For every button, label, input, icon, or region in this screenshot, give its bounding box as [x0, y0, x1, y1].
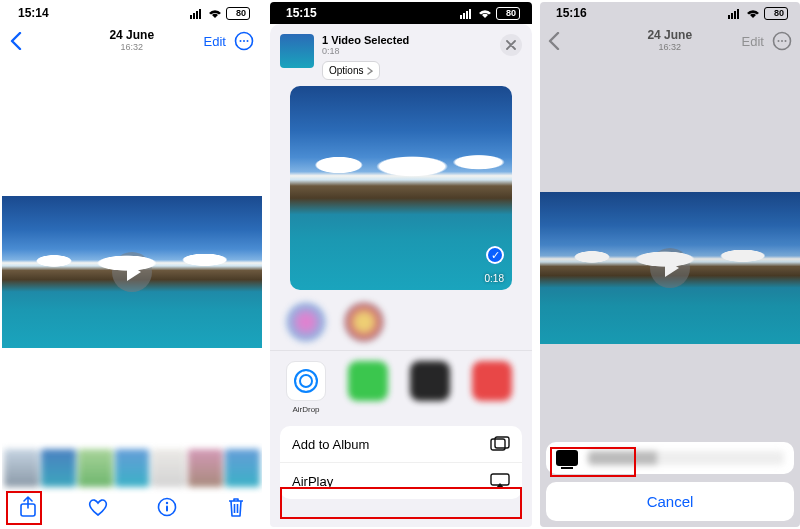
wifi-icon	[746, 8, 760, 18]
share-app[interactable]	[346, 361, 390, 414]
svg-rect-14	[466, 11, 468, 19]
edit-button[interactable]: Edit	[204, 34, 226, 49]
share-button[interactable]	[18, 496, 38, 518]
share-contacts-row	[270, 290, 532, 350]
header-title: 24 June 16:32	[109, 29, 154, 52]
svg-rect-11	[166, 506, 168, 512]
screenshot-2-share-sheet: 15:15 80 1 Video Selected 0:18 Options	[270, 2, 532, 527]
album-icon	[490, 436, 510, 452]
airdrop-app[interactable]: AirDrop	[284, 361, 328, 414]
wifi-icon	[208, 8, 222, 18]
svg-rect-12	[460, 15, 462, 19]
options-button[interactable]: Options	[322, 61, 380, 80]
back-button[interactable]	[10, 32, 22, 50]
airdrop-icon	[286, 361, 326, 401]
thumb-duration: 0:18	[485, 273, 504, 284]
more-button[interactable]	[234, 31, 254, 51]
svg-rect-13	[463, 13, 465, 19]
status-time: 15:14	[18, 6, 49, 20]
play-icon	[112, 252, 152, 292]
status-time: 15:16	[556, 6, 587, 20]
battery-indicator: 80	[496, 7, 520, 20]
video-preview[interactable]	[2, 196, 262, 348]
airplay-device-row[interactable]	[546, 442, 794, 474]
svg-rect-22	[737, 9, 739, 19]
svg-point-24	[777, 40, 779, 42]
contact-avatar[interactable]	[344, 302, 384, 342]
info-button[interactable]	[157, 497, 177, 517]
more-button	[772, 31, 792, 51]
close-button[interactable]	[500, 34, 522, 56]
selection-duration: 0:18	[322, 46, 409, 56]
play-icon	[650, 248, 690, 288]
contact-avatar[interactable]	[286, 302, 326, 342]
status-bar: 15:16 80	[540, 2, 800, 24]
cellular-icon	[728, 8, 742, 18]
app-icon	[348, 361, 388, 401]
airplay-picker-sheet: Cancel	[546, 442, 794, 521]
svg-rect-15	[469, 9, 471, 19]
svg-rect-19	[728, 15, 730, 19]
svg-rect-1	[193, 13, 195, 19]
share-header: 1 Video Selected 0:18 Options	[270, 24, 532, 86]
apple-tv-icon	[556, 450, 578, 466]
svg-rect-21	[734, 11, 736, 19]
screenshot-1-photo-detail: 15:14 80 24 June 16:32 Edit	[2, 2, 262, 527]
cellular-icon	[190, 8, 204, 18]
cellular-icon	[460, 8, 474, 18]
svg-point-10	[166, 502, 168, 504]
svg-rect-2	[196, 11, 198, 19]
svg-point-6	[243, 40, 245, 42]
svg-point-7	[246, 40, 248, 42]
screenshot-3-airplay-picker: 15:16 80 24 June 16:32 Edit	[540, 2, 800, 527]
share-app[interactable]	[470, 361, 514, 414]
selected-video-thumbnail[interactable]: ✓ 0:18	[290, 86, 512, 290]
thumbnail-strip[interactable]	[2, 449, 262, 487]
action-airplay[interactable]: AirPlay	[280, 463, 522, 499]
share-sheet: 1 Video Selected 0:18 Options ✓ 0:18	[270, 24, 532, 527]
header-thumbnail	[280, 34, 314, 68]
status-bar: 15:15 80	[270, 2, 532, 24]
device-name-blurred	[588, 451, 784, 465]
battery-indicator: 80	[226, 7, 250, 20]
selection-title: 1 Video Selected	[322, 34, 409, 46]
status-time: 15:15	[286, 6, 317, 20]
status-bar: 15:14 80	[2, 2, 262, 24]
cancel-button[interactable]: Cancel	[546, 482, 794, 521]
header-title: 24 June 16:32	[647, 29, 692, 52]
battery-indicator: 80	[764, 7, 788, 20]
selected-check-icon: ✓	[486, 246, 504, 264]
svg-point-26	[784, 40, 786, 42]
svg-rect-20	[731, 13, 733, 19]
share-app[interactable]	[408, 361, 452, 414]
svg-point-25	[781, 40, 783, 42]
back-button[interactable]	[548, 32, 560, 50]
edit-button: Edit	[742, 34, 764, 49]
svg-rect-3	[199, 9, 201, 19]
svg-point-5	[239, 40, 241, 42]
share-apps-row: AirDrop	[270, 351, 532, 418]
nav-header: 24 June 16:32 Edit	[540, 24, 800, 58]
airplay-icon	[490, 473, 510, 489]
action-add-to-album[interactable]: Add to Album	[280, 426, 522, 463]
svg-rect-0	[190, 15, 192, 19]
wifi-icon	[478, 8, 492, 18]
app-icon	[472, 361, 512, 401]
share-actions-list: Add to Album AirPlay	[280, 426, 522, 499]
nav-header: 24 June 16:32 Edit	[2, 24, 262, 58]
favorite-button[interactable]	[87, 497, 109, 517]
bottom-toolbar	[2, 487, 262, 527]
delete-button[interactable]	[226, 496, 246, 518]
app-icon	[410, 361, 450, 401]
video-preview-dimmed	[540, 192, 800, 344]
